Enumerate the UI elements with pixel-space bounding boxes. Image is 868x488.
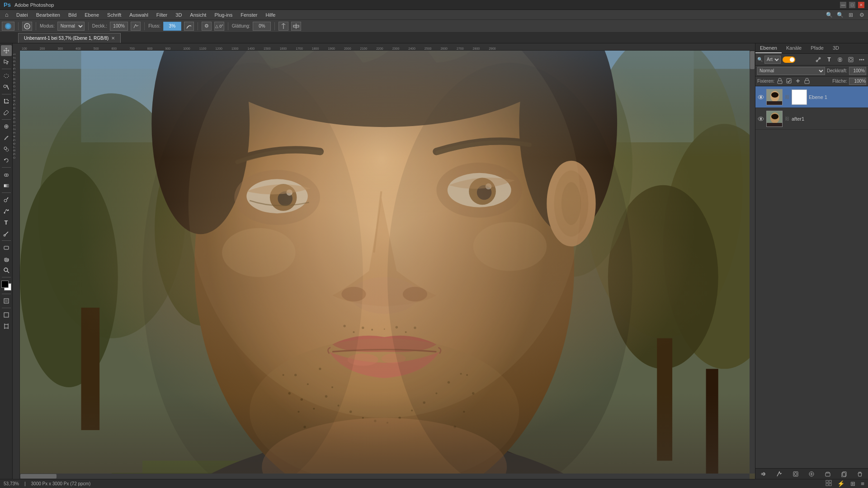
minimize-button[interactable]: — [840, 2, 846, 8]
move-tool[interactable] [1, 45, 12, 56]
status-fix-btn[interactable]: ⚡ [837, 480, 845, 487]
eraser-tool[interactable] [1, 169, 12, 180]
layer-fx-btn[interactable] [814, 55, 823, 64]
tab-ebenen[interactable]: Ebenen [755, 43, 782, 53]
shape-tool[interactable] [1, 242, 12, 253]
opacity-toggle-btn[interactable] [131, 22, 141, 31]
status-settings-btn[interactable] [826, 480, 832, 488]
svg-point-21 [7, 210, 9, 211]
mode-select[interactable]: Normal [57, 22, 85, 31]
text-tool[interactable]: T [1, 217, 12, 228]
magic-wand-tool[interactable] [1, 82, 12, 93]
new-fill-layer-btn[interactable] [807, 469, 816, 479]
lock-transparency-btn[interactable] [776, 78, 783, 85]
layers-toolbar-top: 🔍 Art T [755, 54, 868, 66]
new-group-btn[interactable] [823, 469, 832, 479]
layer-visibility-after1[interactable] [757, 115, 764, 122]
settings-icon[interactable]: ⚙ [857, 10, 866, 19]
new-layer-btn[interactable] [840, 469, 849, 479]
status-arrange-btn[interactable]: ⊞ [850, 480, 855, 487]
fill-value-input[interactable] [849, 78, 866, 85]
tab-kanale[interactable]: Kanäle [782, 43, 806, 53]
menu-bild[interactable]: Bild [65, 11, 80, 19]
settings-btn2[interactable]: ⚙ [202, 22, 212, 31]
document-tab[interactable]: Unbenannt-1 bei 53,7% (Ebene 1, RGB/8) ✕ [18, 33, 121, 43]
hand-tool[interactable] [1, 253, 12, 264]
symmetry-btn[interactable] [278, 22, 288, 31]
selection-tool[interactable] [1, 56, 12, 67]
search-icon[interactable]: 🔍 [825, 10, 834, 19]
tool-preset-btn[interactable] [2, 22, 14, 31]
gradient-tool[interactable] [1, 180, 12, 191]
menu-datei[interactable]: Datei [13, 11, 32, 19]
foreground-color-swatch[interactable] [1, 281, 9, 288]
layer-type-btn[interactable]: T [825, 55, 834, 64]
flow-toggle-btn[interactable] [184, 22, 194, 31]
smoothing-input[interactable] [253, 22, 271, 31]
crop-tool[interactable] [1, 96, 12, 107]
svg-point-13 [4, 147, 7, 150]
tab-close-btn[interactable]: ✕ [111, 36, 115, 41]
menu-hilfe[interactable]: Hilfe [262, 11, 279, 19]
pen-tool[interactable] [1, 206, 12, 216]
vertical-scrollbar[interactable] [750, 51, 755, 474]
tab-pfade[interactable]: Pfade [806, 43, 828, 53]
lock-image-btn[interactable] [785, 78, 793, 85]
zoom-tool[interactable] [1, 265, 12, 276]
menu-3d[interactable]: 3D [172, 11, 185, 19]
search-icon2[interactable]: 🔍 [835, 10, 844, 19]
menu-plugins[interactable]: Plug-ins [211, 11, 236, 19]
menu-fenster[interactable]: Fenster [237, 11, 261, 19]
vertical-scrollbar-thumb[interactable] [750, 51, 755, 69]
horizontal-scrollbar-thumb[interactable] [20, 474, 57, 479]
layer-visibility-ebene1[interactable] [757, 94, 764, 101]
grid-icon[interactable]: ⊞ [846, 10, 855, 19]
menu-filter[interactable]: Filter [153, 11, 171, 19]
heal-tool[interactable] [1, 121, 12, 132]
add-mask-btn[interactable] [791, 469, 800, 479]
svg-line-19 [7, 197, 8, 199]
menu-schrift[interactable]: Schrift [104, 11, 125, 19]
status-extra-btn[interactable]: ≡ [861, 480, 864, 487]
add-fx-btn[interactable] [775, 469, 784, 479]
menu-ebene[interactable]: Ebene [81, 11, 103, 19]
blend-mode-select[interactable]: Normal [757, 67, 825, 75]
filter-toggle[interactable] [783, 56, 795, 63]
eyedropper-tool[interactable] [1, 107, 12, 118]
canvas-container[interactable] [20, 51, 755, 479]
clone-tool[interactable] [1, 144, 12, 155]
horizontal-scrollbar[interactable] [20, 474, 750, 479]
layer-item-after1[interactable]: ⛓ after1 [755, 108, 868, 130]
artboard-btn[interactable] [1, 321, 12, 332]
history-brush-tool[interactable] [1, 155, 12, 166]
menu-auswahl[interactable]: Auswahl [126, 11, 152, 19]
photo-canvas [20, 51, 755, 479]
layer-extra-btn[interactable] [857, 55, 866, 64]
path-select-tool[interactable] [1, 228, 12, 239]
flow-input[interactable] [163, 22, 181, 31]
menu-bearbeiten[interactable]: Bearbeiten [33, 11, 64, 19]
home-button[interactable]: ⌂ [2, 10, 12, 20]
dodge-tool[interactable] [1, 194, 12, 205]
brush-shape-btn[interactable] [22, 22, 32, 31]
close-button[interactable]: ✕ [858, 2, 864, 8]
lock-all-btn[interactable] [803, 78, 811, 85]
opacity-value-input[interactable] [849, 67, 866, 75]
delete-layer-btn[interactable] [855, 469, 864, 479]
maximize-button[interactable]: □ [849, 2, 855, 8]
menu-ansicht[interactable]: Ansicht [186, 11, 210, 19]
screen-mode-btn[interactable] [1, 310, 12, 320]
opacity-input[interactable] [110, 22, 128, 31]
angle-btn[interactable]: △ 0° [214, 22, 224, 31]
lasso-tool[interactable] [1, 70, 12, 81]
brush-tool[interactable] [1, 132, 12, 143]
layer-mask-btn[interactable] [846, 55, 855, 64]
lock-position-btn[interactable] [794, 78, 802, 85]
layer-item-ebene1[interactable]: ⛓ Ebene 1 [755, 86, 868, 108]
link-layers-btn[interactable] [759, 469, 768, 479]
layer-link-btn[interactable] [835, 55, 844, 64]
filter-type-select[interactable]: Art [764, 56, 781, 64]
extra-btn[interactable] [291, 22, 301, 31]
mask-mode-btn[interactable] [1, 296, 12, 306]
tab-3d[interactable]: 3D [828, 43, 844, 53]
